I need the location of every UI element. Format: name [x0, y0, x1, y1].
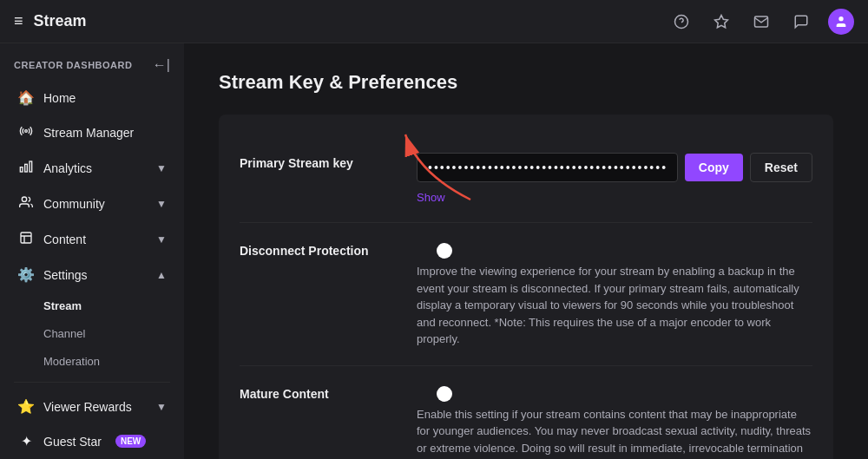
avatar[interactable]	[828, 9, 854, 35]
sidebar-item-label: Content	[43, 233, 86, 246]
disconnect-description: Improve the viewing experience for your …	[417, 263, 812, 348]
sidebar-item-settings[interactable]: ⚙️ Settings ▲	[3, 258, 181, 292]
sidebar-item-home[interactable]: 🏠 Home	[3, 81, 181, 115]
mail-icon[interactable]	[748, 9, 774, 35]
svg-rect-9	[21, 233, 31, 243]
main-content: Stream Key & Preferences Primary Stream …	[184, 43, 868, 459]
setting-row-stream-key: Primary Stream key Copy Reset Show	[240, 135, 812, 223]
help-icon[interactable]	[668, 9, 694, 35]
sidebar-header: Creator Dashboard ←|	[0, 43, 184, 80]
chevron-down-icon: ▼	[156, 162, 167, 174]
chevron-down-icon: ▼	[156, 198, 167, 210]
settings-icon: ⚙️	[17, 266, 35, 283]
sidebar: Creator Dashboard ←| 🏠 Home Stream Manag…	[0, 43, 184, 459]
guest-star-icon: ✦	[17, 433, 35, 449]
sidebar-subitem-channel[interactable]: Channel	[3, 320, 181, 347]
sidebar-item-guest-star[interactable]: ✦ Guest Star NEW	[3, 424, 181, 458]
sidebar-item-viewer-rewards[interactable]: ⭐ Viewer Rewards ▼	[3, 390, 181, 423]
sidebar-collapse-icon[interactable]: ←|	[153, 57, 170, 73]
sidebar-item-label: Settings	[43, 268, 88, 282]
sidebar-item-label: Stream Manager	[43, 126, 134, 140]
reset-button[interactable]: Reset	[750, 153, 812, 182]
analytics-icon	[17, 160, 35, 177]
sidebar-item-community[interactable]: Community ▼	[3, 187, 181, 221]
svg-point-3	[838, 16, 843, 21]
settings-card: Primary Stream key Copy Reset Show Disco…	[219, 115, 833, 459]
svg-rect-7	[20, 167, 23, 172]
setting-label-stream-key: Primary Stream key	[240, 153, 396, 170]
svg-marker-2	[715, 15, 728, 27]
stream-key-input-row: Copy Reset	[417, 153, 812, 182]
svg-rect-6	[25, 164, 28, 172]
chevron-up-icon: ▲	[156, 269, 167, 281]
chevron-down-icon: ▼	[156, 233, 167, 246]
sidebar-item-label: Guest Star	[43, 435, 102, 449]
setting-content-disconnect: Improve the viewing experience for your …	[417, 240, 812, 348]
copy-button[interactable]: Copy	[685, 154, 743, 181]
sidebar-divider	[14, 382, 170, 383]
viewer-rewards-icon: ⭐	[17, 398, 35, 415]
sidebar-item-label: Community	[43, 197, 105, 211]
home-icon: 🏠	[17, 89, 35, 106]
setting-row-mature: Mature Content Enable this setting if yo…	[240, 366, 812, 460]
mature-description: Enable this setting if your stream conta…	[417, 406, 812, 460]
svg-point-4	[25, 130, 28, 133]
page-title: Stream Key & Preferences	[219, 71, 833, 94]
setting-content-stream-key: Copy Reset Show	[417, 153, 812, 205]
main-wrapper: Stream Key & Preferences Primary Stream …	[184, 43, 868, 459]
setting-row-disconnect: Disconnect Protection Improve the viewin…	[240, 223, 812, 366]
community-icon	[17, 195, 35, 213]
sidebar-item-label: Analytics	[43, 161, 92, 175]
sidebar-subitem-moderation[interactable]: Moderation	[3, 348, 181, 375]
setting-content-mature: Enable this setting if your stream conta…	[417, 384, 812, 460]
topbar-title: Stream	[34, 12, 658, 30]
content-icon	[17, 231, 35, 248]
sidebar-item-content[interactable]: Content ▼	[3, 222, 181, 257]
stream-manager-icon	[17, 124, 35, 141]
topbar-icons	[668, 9, 854, 35]
sidebar-item-label: Viewer Rewards	[43, 400, 132, 414]
menu-icon[interactable]: ≡	[14, 12, 23, 30]
magic-icon[interactable]	[708, 9, 734, 35]
sidebar-subitem-label: Moderation	[43, 355, 100, 368]
layout: Creator Dashboard ←| 🏠 Home Stream Manag…	[0, 43, 868, 459]
sidebar-item-label: Home	[43, 91, 76, 105]
sidebar-subitem-label: Stream	[43, 299, 82, 312]
sidebar-subitem-stream[interactable]: Stream	[3, 292, 181, 319]
setting-label-disconnect: Disconnect Protection	[240, 240, 396, 258]
sidebar-header-label: Creator Dashboard	[14, 60, 132, 70]
show-link[interactable]: Show	[417, 191, 445, 204]
sidebar-item-analytics[interactable]: Analytics ▼	[3, 151, 181, 186]
chevron-down-icon: ▼	[156, 401, 167, 413]
topbar: ≡ Stream	[0, 0, 868, 43]
sidebar-item-stream-manager[interactable]: Stream Manager	[3, 115, 181, 150]
stream-key-input[interactable]	[417, 153, 678, 182]
svg-rect-5	[30, 161, 32, 172]
new-badge: NEW	[115, 435, 146, 448]
svg-point-8	[22, 197, 26, 201]
setting-label-mature: Mature Content	[240, 384, 396, 401]
notifications-icon[interactable]	[788, 9, 814, 35]
sidebar-subitem-label: Channel	[43, 327, 85, 340]
